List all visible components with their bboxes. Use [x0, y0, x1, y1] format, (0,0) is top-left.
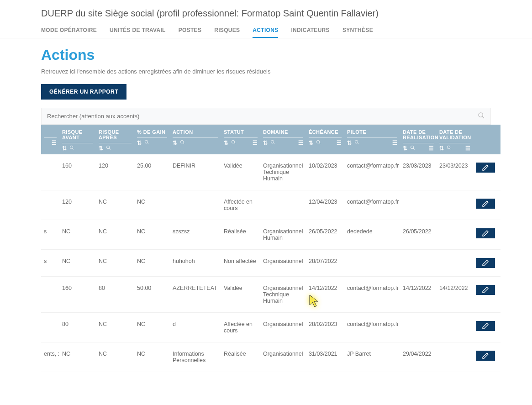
edit-button[interactable]: [476, 199, 495, 209]
cell-domaine: OrganisationnelTechniqueHumain: [260, 154, 306, 190]
cell-risque-avant: NC: [59, 250, 96, 277]
col-validation[interactable]: DATE DE VALIDATION ⇅ ☰: [437, 125, 473, 154]
sort-icon[interactable]: ⇅: [403, 145, 407, 152]
search-icon[interactable]: [231, 140, 236, 146]
search-icon[interactable]: [144, 140, 149, 146]
cell-action: Informations Personnelles: [170, 342, 221, 372]
cell-edit: [473, 342, 500, 372]
cell-validation: [437, 313, 473, 342]
cell-edit: [473, 154, 500, 190]
list-icon[interactable]: ☰: [253, 140, 258, 146]
cell-statut: Réalisée: [221, 220, 260, 250]
search-icon[interactable]: [270, 140, 275, 146]
tab-indicateurs[interactable]: INDICATEURS: [291, 27, 329, 38]
sort-icon[interactable]: ⇅: [439, 145, 444, 152]
search-icon[interactable]: [410, 145, 415, 152]
cell-first: [41, 154, 59, 190]
cell-validation: [437, 190, 473, 220]
tab-risques[interactable]: RISQUES: [214, 27, 240, 38]
cell-action: d: [170, 313, 221, 342]
col-edit: [473, 125, 500, 154]
edit-button[interactable]: [476, 258, 495, 268]
svg-line-13: [274, 143, 275, 144]
sort-icon[interactable]: ⇅: [99, 145, 103, 152]
col-domaine[interactable]: DOMAINE ⇅ ☰: [260, 125, 306, 154]
table-row: 16012025.00DEFINIRValidéeOrganisationnel…: [41, 154, 500, 190]
search-icon[interactable]: [106, 145, 111, 152]
tab-postes[interactable]: POSTES: [179, 27, 201, 38]
cell-first: s: [41, 250, 59, 277]
search-icon[interactable]: [478, 112, 485, 121]
svg-point-2: [70, 146, 73, 148]
col-risque-avant[interactable]: RISQUE AVANT ⇅: [59, 125, 96, 154]
list-icon[interactable]: ☰: [465, 145, 470, 152]
sort-icon[interactable]: ⇅: [137, 140, 142, 146]
search-input[interactable]: [47, 113, 478, 120]
sort-icon[interactable]: ⇅: [263, 140, 268, 146]
cell-action: [170, 190, 221, 220]
edit-button[interactable]: [476, 228, 495, 238]
search-icon[interactable]: [447, 145, 452, 152]
cell-gain: NC: [134, 190, 170, 220]
cell-risque-apres: NC: [96, 342, 134, 372]
cell-realisation: 26/05/2022: [400, 220, 437, 250]
col-realisation[interactable]: DATE DE RÉALISATION ⇅ ☰: [400, 125, 437, 154]
generate-report-button[interactable]: GÉNÉRER UN RAPPORT: [41, 84, 126, 100]
sort-icon[interactable]: ⇅: [224, 140, 228, 146]
search-bar: [41, 108, 491, 125]
cell-domaine: Organisationnel: [260, 313, 306, 342]
cell-edit: [473, 313, 500, 342]
col-statut[interactable]: STATUT ⇅ ☰: [221, 125, 260, 154]
cell-validation: 14/12/2022: [437, 277, 473, 313]
cell-echeance: 28/07/2022: [306, 250, 344, 277]
svg-point-4: [107, 146, 110, 148]
cell-echeance: 31/03/2021: [306, 342, 344, 372]
edit-button[interactable]: [476, 351, 495, 361]
cell-risque-avant: 80: [59, 313, 96, 342]
cell-realisation: 23/03/2023: [400, 154, 437, 190]
table-row: ents, : ain-NCNCNCInformations Personnel…: [41, 342, 500, 372]
tab-actions[interactable]: ACTIONS: [253, 27, 278, 38]
search-icon[interactable]: [316, 140, 321, 146]
edit-button[interactable]: [476, 321, 495, 331]
tab-mode-opératoire[interactable]: MODE OPÉRATOIRE: [41, 27, 97, 38]
list-icon[interactable]: ☰: [429, 145, 434, 152]
svg-point-0: [479, 113, 483, 117]
col-action[interactable]: ACTION ⇅: [170, 125, 221, 154]
list-icon[interactable]: ☰: [298, 140, 303, 146]
cell-pilote: contact@formatop.fr: [344, 313, 400, 342]
tab-unités-de-travail[interactable]: UNITÉS DE TRAVAIL: [110, 27, 166, 38]
cell-pilote: contact@formatop.fr: [344, 277, 400, 313]
edit-button[interactable]: [476, 163, 495, 173]
tab-synthèse[interactable]: SYNTHÈSE: [342, 27, 373, 38]
list-icon[interactable]: ☰: [337, 140, 342, 146]
cell-risque-apres: NC: [96, 250, 134, 277]
cell-pilote: JP Barret: [344, 342, 400, 372]
cell-realisation: 14/12/2022: [400, 277, 437, 313]
list-icon[interactable]: ☰: [392, 140, 397, 146]
cell-validation: [437, 220, 473, 250]
svg-line-1: [482, 116, 484, 118]
cell-domaine: Organisationnel: [260, 342, 306, 372]
svg-line-3: [73, 148, 74, 150]
table-row: 1608050.00AZERRETETEATValidéeOrganisatio…: [41, 277, 500, 313]
search-icon[interactable]: [180, 140, 185, 146]
search-icon[interactable]: [354, 140, 359, 146]
sort-icon[interactable]: ⇅: [173, 140, 177, 146]
sort-icon[interactable]: ⇅: [62, 145, 67, 152]
cell-risque-apres: NC: [96, 313, 134, 342]
col-pilote[interactable]: PILOTE ⇅ ☰: [344, 125, 400, 154]
cell-pilote: [344, 250, 400, 277]
svg-point-8: [181, 140, 184, 143]
search-icon[interactable]: [69, 145, 74, 152]
cell-pilote: contact@formatop.fr: [344, 190, 400, 220]
cell-first: [41, 313, 59, 342]
sort-icon[interactable]: ⇅: [309, 140, 313, 146]
col-echeance[interactable]: ÉCHÉANCE ⇅ ☰: [306, 125, 344, 154]
edit-button[interactable]: [476, 285, 495, 295]
sort-icon[interactable]: ⇅: [347, 140, 352, 146]
col-risque-apres[interactable]: RISQUE APRÈS ⇅: [96, 125, 134, 154]
cell-first: [41, 277, 59, 313]
col-gain[interactable]: % DE GAIN ⇅: [134, 125, 170, 154]
list-icon[interactable]: ☰: [52, 140, 57, 146]
